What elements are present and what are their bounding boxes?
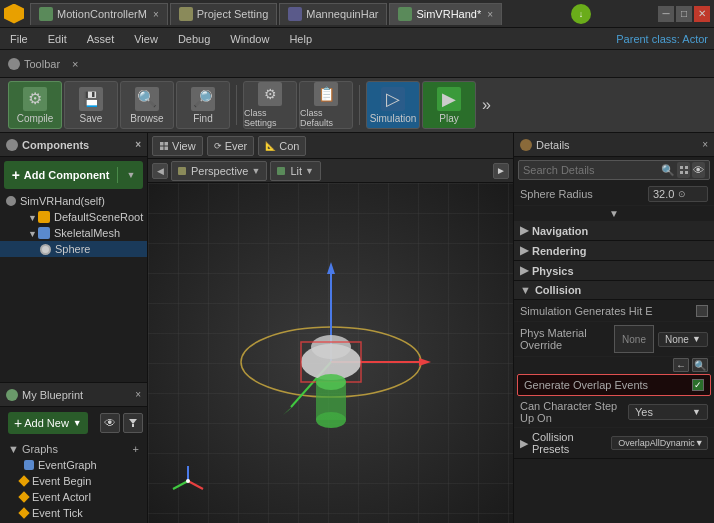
svg-marker-12 xyxy=(283,404,295,415)
menu-asset[interactable]: Asset xyxy=(83,32,119,46)
con-button[interactable]: 📐 Con xyxy=(258,136,306,156)
tab-mannequin[interactable]: MannequinHar xyxy=(279,3,387,25)
save-icon: 💾 xyxy=(79,87,103,111)
tab-simvrhand[interactable]: SimVRHand* × xyxy=(389,3,502,25)
browse-button[interactable]: 🔍 Browse xyxy=(120,81,174,129)
graph-eventgraph[interactable]: EventGraph xyxy=(4,457,143,473)
tab-icon-motioncontroller xyxy=(39,7,53,21)
menu-window[interactable]: Window xyxy=(226,32,273,46)
component-skeletalmesh[interactable]: ▼ SkeletalMesh xyxy=(0,225,147,241)
svg-point-14 xyxy=(311,335,351,359)
class-defaults-button[interactable]: 📋 Class Defaults xyxy=(299,81,353,129)
play-button[interactable]: ▶ Play xyxy=(422,81,476,129)
close-button[interactable]: ✕ xyxy=(694,6,710,22)
menu-file[interactable]: File xyxy=(6,32,32,46)
save-button[interactable]: 💾 Save xyxy=(64,81,118,129)
blueprint-eye-icon[interactable]: 👁 xyxy=(100,413,120,433)
graph-event-tick[interactable]: Event Tick xyxy=(4,505,143,521)
class-defaults-icon: 📋 xyxy=(314,82,338,106)
perspective-button[interactable]: Perspective ▼ xyxy=(171,161,267,181)
svg-rect-3 xyxy=(165,142,169,146)
section-navigation[interactable]: ▶ Navigation xyxy=(514,221,714,241)
find-icon: 🔎 xyxy=(191,87,215,111)
add-new-button[interactable]: + Add New ▼ xyxy=(8,412,88,434)
event-tick-icon xyxy=(18,507,29,518)
minimize-button[interactable]: ─ xyxy=(658,6,674,22)
menu-edit[interactable]: Edit xyxy=(44,32,71,46)
details-search-input[interactable] xyxy=(523,164,661,176)
collision-presets-row[interactable]: ▶ Collision Presets OverlapAllDynamic ▼ xyxy=(514,428,714,459)
add-graph-button[interactable]: + xyxy=(133,443,139,455)
browse-icon: 🔍 xyxy=(135,87,159,111)
viewport-more-button[interactable]: ► xyxy=(493,163,509,179)
svg-point-22 xyxy=(186,479,190,483)
svg-marker-0 xyxy=(129,419,137,424)
viewport-toolbar: View ⟳ Ever 📐 Con xyxy=(148,133,513,159)
simulation-button[interactable]: ▷ Simulation xyxy=(366,81,420,129)
svg-marker-8 xyxy=(327,262,335,274)
tab-icon-mannequin xyxy=(288,7,302,21)
class-settings-icon: ⚙ xyxy=(258,82,282,106)
menu-view[interactable]: View xyxy=(130,32,162,46)
toolbar-strip: Toolbar × xyxy=(0,50,714,78)
blueprint-close[interactable]: × xyxy=(135,389,141,400)
svg-marker-10 xyxy=(419,358,431,366)
phys-mat-dropdown[interactable]: None ▼ xyxy=(658,332,708,347)
section-collision[interactable]: ▼ Collision xyxy=(514,281,714,300)
perspective-arrow-left[interactable]: ◀ xyxy=(152,163,168,179)
section-rendering[interactable]: ▶ Rendering xyxy=(514,241,714,261)
tab-close-motioncontroller[interactable]: × xyxy=(153,9,159,20)
maximize-button[interactable]: □ xyxy=(676,6,692,22)
details-close[interactable]: × xyxy=(702,139,708,150)
sphere-radius-value[interactable]: 32.0 ⊙ xyxy=(648,186,708,202)
phys-mat-search-icon[interactable]: 🔍 xyxy=(692,358,708,372)
3d-object xyxy=(221,252,441,454)
component-sphere[interactable]: Sphere xyxy=(0,241,147,257)
tab-project-setting[interactable]: Project Setting xyxy=(170,3,278,25)
blueprint-header: My Blueprint × xyxy=(0,383,147,407)
component-simvrhand[interactable]: SimVRHand(self) xyxy=(0,193,147,209)
menu-help[interactable]: Help xyxy=(285,32,316,46)
graph-event-actorl[interactable]: Event ActorI xyxy=(4,489,143,505)
graphs-header[interactable]: ▼ Graphs + xyxy=(4,441,143,457)
graph-event-begin[interactable]: Event Begin xyxy=(4,473,143,489)
class-settings-button[interactable]: ⚙ Class Settings xyxy=(243,81,297,129)
svg-line-20 xyxy=(188,481,203,489)
ever-button[interactable]: ⟳ Ever xyxy=(207,136,255,156)
menu-debug[interactable]: Debug xyxy=(174,32,214,46)
add-component-button[interactable]: + Add Component ▼ xyxy=(4,161,143,189)
viewport-canvas[interactable] xyxy=(148,183,513,523)
sphere-radius-expand-icon: ⊙ xyxy=(678,189,686,199)
phys-mat-actions-row: ← 🔍 xyxy=(514,357,714,373)
lit-dropdown-icon: ▼ xyxy=(305,166,314,176)
details-panel: Details × 🔍 👁 Sphere Radius 32.0 ⊙ xyxy=(514,133,714,523)
view-icon xyxy=(159,141,169,151)
component-tree: SimVRHand(self) ▼ DefaultSceneRoot ▼ Ske… xyxy=(0,193,147,382)
phys-mat-back-icon[interactable]: ← xyxy=(673,358,689,372)
toolbar-more[interactable]: » xyxy=(482,96,491,114)
details-icon xyxy=(520,139,532,151)
view-button[interactable]: View xyxy=(152,136,203,156)
section-physics[interactable]: ▶ Physics xyxy=(514,261,714,281)
axes-indicator xyxy=(168,461,208,503)
simvrhand-icon xyxy=(6,196,16,206)
tab-motioncontroller[interactable]: MotionControllerM × xyxy=(30,3,168,25)
compile-button[interactable]: ⚙ Compile xyxy=(8,81,62,129)
lit-button[interactable]: Lit ▼ xyxy=(270,161,321,181)
tab-close-simvrhand[interactable]: × xyxy=(487,9,493,20)
toolbar-close[interactable]: × xyxy=(72,58,78,70)
component-defaultsceneroot[interactable]: ▼ DefaultSceneRoot xyxy=(12,209,147,225)
phys-mat-swatch: None xyxy=(614,325,654,353)
generate-overlap-checkbox[interactable] xyxy=(692,379,704,391)
update-indicator[interactable]: ↓ xyxy=(571,4,591,24)
sim-generates-hit-checkbox[interactable] xyxy=(696,305,708,317)
components-close[interactable]: × xyxy=(135,139,141,150)
can-character-step-dropdown[interactable]: Yes ▼ xyxy=(628,404,708,420)
blueprint-filter-icon[interactable] xyxy=(123,413,143,433)
skeletalmesh-expand-icon: ▼ xyxy=(28,229,36,237)
collision-presets-dropdown[interactable]: OverlapAllDynamic ▼ xyxy=(611,436,708,450)
details-eye-button[interactable]: 👁 xyxy=(692,162,705,178)
viewport: View ⟳ Ever 📐 Con ◀ Perspective ▼ xyxy=(148,133,514,523)
find-button[interactable]: 🔎 Find xyxy=(176,81,230,129)
details-view-toggle[interactable] xyxy=(677,162,690,178)
